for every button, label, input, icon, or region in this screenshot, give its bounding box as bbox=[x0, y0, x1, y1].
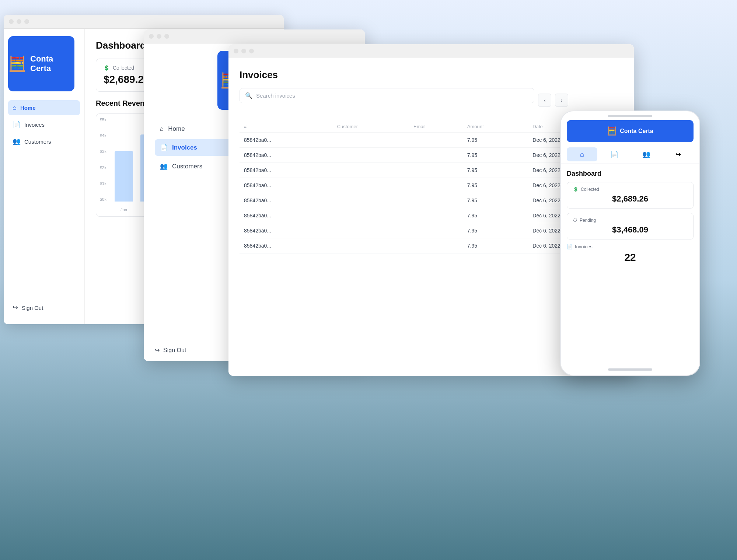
titlebar-dot-close[interactable] bbox=[9, 19, 14, 24]
phone-nav: ⌂ 📄 👥 ↪ bbox=[561, 145, 699, 164]
win1-sidebar: 🧮 Conta Certa ⌂ Home 📄 Invoices 👥 Custom… bbox=[4, 29, 85, 324]
phone-collected-value: $2,689.26 bbox=[573, 194, 687, 204]
nav-home-label: Home bbox=[20, 105, 36, 111]
titlebar3-dot-close[interactable] bbox=[234, 49, 238, 53]
sidebar-item-home[interactable]: ⌂ Home bbox=[8, 100, 80, 115]
nav-signout-label: Sign Out bbox=[22, 305, 43, 311]
y-label-4k: $4k bbox=[100, 133, 106, 138]
col-number: # bbox=[240, 121, 333, 133]
cell-customer bbox=[333, 178, 409, 193]
cell-id: 85842ba0... bbox=[240, 133, 333, 148]
logo-icon: 🧮 bbox=[8, 55, 27, 73]
phone-window: 🧮 Conta Certa ⌂ 📄 👥 ↪ Dashboard 💲 Collec… bbox=[560, 111, 700, 376]
cell-customer bbox=[333, 133, 409, 148]
titlebar2-dot-max[interactable] bbox=[164, 34, 169, 39]
phone-pending-icon: ⏱ bbox=[573, 218, 577, 223]
titlebar3-dot-min[interactable] bbox=[241, 49, 246, 53]
phone-logo-icon: 🧮 bbox=[607, 126, 617, 136]
titlebar-dot-min[interactable] bbox=[17, 19, 21, 24]
phone-invoices-count: 22 bbox=[567, 252, 694, 263]
cell-customer bbox=[333, 208, 409, 223]
cell-id: 85842ba0... bbox=[240, 193, 333, 208]
y-label-0k: $0k bbox=[100, 197, 106, 202]
phone-invoices-label: 📄 Invoices bbox=[567, 244, 694, 249]
cell-amount: 7.95 bbox=[463, 148, 528, 163]
sidebar-item-invoices[interactable]: 📄 Invoices bbox=[8, 117, 80, 132]
phone-nav-invoices[interactable]: 📄 bbox=[599, 147, 629, 161]
sidebar-item-customers[interactable]: 👥 Customers bbox=[8, 134, 80, 149]
search-bar[interactable]: 🔍 Search invoices bbox=[240, 88, 534, 103]
win2-signout-label: Sign Out bbox=[163, 347, 186, 354]
win2-invoices-label: Invoices bbox=[172, 144, 197, 151]
signout-icon: ↪ bbox=[13, 304, 18, 312]
phone-logo: 🧮 Conta Certa bbox=[567, 120, 694, 142]
cell-email bbox=[409, 193, 463, 208]
win2-signout-icon: ↪ bbox=[155, 347, 160, 354]
phone-collected-label: 💲 Collected bbox=[573, 187, 687, 192]
win2-customers-icon: 👥 bbox=[160, 162, 168, 170]
titlebar3-dot-max[interactable] bbox=[249, 49, 254, 53]
cell-email bbox=[409, 148, 463, 163]
cell-amount: 7.95 bbox=[463, 238, 528, 253]
search-row: 🔍 Search invoices ‹ › bbox=[240, 88, 623, 112]
phone-pending-card: ⏱ Pending $3,468.09 bbox=[567, 213, 694, 239]
home-icon: ⌂ bbox=[13, 104, 17, 112]
search-placeholder: Search invoices bbox=[256, 92, 295, 99]
y-label-1k: $1k bbox=[100, 181, 106, 186]
y-label-2k: $2k bbox=[100, 165, 106, 170]
cell-id: 85842ba0... bbox=[240, 208, 333, 223]
phone-nav-home[interactable]: ⌂ bbox=[567, 147, 597, 161]
phone-dashboard-title: Dashboard bbox=[567, 170, 694, 178]
nav-invoices-label: Invoices bbox=[24, 122, 45, 128]
phone-invoices-icon: 📄 bbox=[567, 244, 573, 249]
y-label-3k: $3k bbox=[100, 149, 106, 154]
y-label-5k: $5k bbox=[100, 118, 106, 122]
cell-customer bbox=[333, 223, 409, 238]
cell-email bbox=[409, 208, 463, 223]
titlebar2-dot-min[interactable] bbox=[157, 34, 161, 39]
phone-nav-signout[interactable]: ↪ bbox=[663, 147, 694, 161]
phone-content: Dashboard 💲 Collected $2,689.26 ⏱ Pendin… bbox=[561, 164, 699, 269]
cell-amount: 7.95 bbox=[463, 223, 528, 238]
titlebar2-dot-close[interactable] bbox=[149, 34, 154, 39]
titlebar-dot-max[interactable] bbox=[24, 19, 29, 24]
win1-logo: 🧮 Conta Certa bbox=[8, 36, 74, 91]
cell-amount: 7.95 bbox=[463, 208, 528, 223]
dollar-circle-icon: 💲 bbox=[104, 65, 110, 71]
cell-amount: 7.95 bbox=[463, 193, 528, 208]
bar-jan bbox=[115, 151, 133, 202]
search-next-btn[interactable]: › bbox=[555, 94, 568, 107]
cell-email bbox=[409, 223, 463, 238]
cell-customer bbox=[333, 163, 409, 178]
invoices-icon: 📄 bbox=[13, 120, 21, 129]
phone-logo-text: Conta Certa bbox=[620, 128, 653, 134]
win1-signout: ↪ Sign Out bbox=[8, 300, 80, 317]
search-icon: 🔍 bbox=[245, 92, 252, 99]
phone-bottom-bar bbox=[608, 368, 652, 371]
phone-nav-customers[interactable]: 👥 bbox=[631, 147, 661, 161]
cell-email bbox=[409, 163, 463, 178]
cell-id: 85842ba0... bbox=[240, 178, 333, 193]
nav-customers-label: Customers bbox=[24, 139, 51, 145]
titlebar-1 bbox=[4, 15, 284, 29]
cell-amount: 7.95 bbox=[463, 163, 528, 178]
x-label-jan: Jan bbox=[115, 207, 133, 212]
win2-home-icon: ⌂ bbox=[160, 125, 164, 133]
col-amount: Amount bbox=[463, 121, 528, 133]
cell-amount: 7.95 bbox=[463, 133, 528, 148]
cell-amount: 7.95 bbox=[463, 178, 528, 193]
phone-collected-card: 💲 Collected $2,689.26 bbox=[567, 182, 694, 209]
cell-customer bbox=[333, 238, 409, 253]
win2-home-label: Home bbox=[168, 125, 185, 133]
win1-nav: ⌂ Home 📄 Invoices 👥 Customers bbox=[8, 100, 80, 300]
titlebar-3 bbox=[228, 44, 634, 58]
col-customer: Customer bbox=[333, 121, 409, 133]
cell-email bbox=[409, 238, 463, 253]
cell-id: 85842ba0... bbox=[240, 163, 333, 178]
customers-icon: 👥 bbox=[13, 137, 21, 146]
cell-email bbox=[409, 178, 463, 193]
titlebar-2 bbox=[144, 29, 365, 43]
phone-pending-label: ⏱ Pending bbox=[573, 218, 687, 223]
signout-item[interactable]: ↪ Sign Out bbox=[8, 300, 80, 315]
search-prev-btn[interactable]: ‹ bbox=[538, 94, 551, 107]
